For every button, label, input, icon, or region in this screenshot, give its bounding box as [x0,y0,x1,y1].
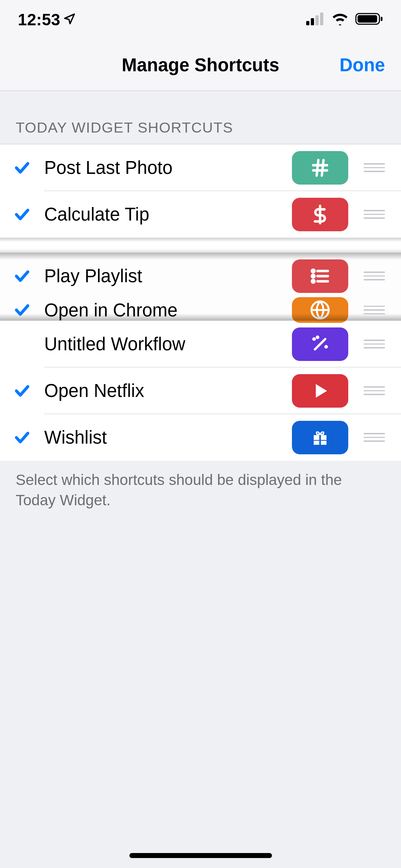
hash-icon [292,151,348,185]
svg-rect-22 [314,435,319,440]
drag-gap [0,238,401,253]
svg-rect-24 [314,441,319,445]
list-item[interactable]: Wishlist [0,414,401,461]
wifi-icon [331,12,349,27]
wand-icon [292,327,348,361]
drag-handle-icon[interactable] [362,433,387,442]
battery-icon [355,12,383,27]
checkmark-icon[interactable] [0,429,44,446]
cellular-signal-icon [306,12,325,27]
list-item-label: Open in Chrome [44,300,292,321]
drag-handle-icon[interactable] [362,210,387,219]
drag-handle-icon[interactable] [362,340,387,348]
svg-point-17 [312,280,314,282]
svg-point-16 [312,275,314,277]
done-button[interactable]: Done [340,55,385,76]
svg-rect-6 [381,17,382,21]
list-item-label: Open Netflix [44,380,292,401]
svg-rect-23 [321,435,327,440]
svg-rect-25 [321,441,327,445]
svg-point-20 [317,336,318,338]
status-time: 12:53 [18,10,60,29]
svg-rect-1 [311,18,314,25]
shortcut-list: Post Last Photo Calculate Tip Play Playl… [0,144,401,461]
location-icon [63,12,76,27]
gift-icon [292,421,348,454]
list-item[interactable]: Untitled Workflow [0,321,401,367]
page-title: Manage Shortcuts [122,55,279,76]
checkmark-icon[interactable] [0,382,44,399]
list-item-label: Calculate Tip [44,204,292,225]
drag-handle-icon[interactable] [362,163,387,172]
home-indicator[interactable] [129,853,272,858]
svg-rect-5 [358,15,377,23]
list-item[interactable]: Post Last Photo [0,144,401,191]
svg-rect-3 [320,12,323,25]
list-item-label: Play Playlist [44,265,292,286]
dollar-icon [292,198,348,231]
list-icon [292,259,348,293]
drag-handle-icon[interactable] [362,306,387,315]
svg-line-10 [322,160,324,176]
list-item-label: Post Last Photo [44,157,292,178]
checkmark-icon[interactable] [0,301,44,319]
svg-line-9 [317,160,318,176]
list-item[interactable]: Play Playlist [0,253,401,299]
list-item-label: Wishlist [44,427,292,448]
list-item-label: Untitled Workflow [44,334,292,355]
checkmark-icon[interactable] [0,268,44,285]
list-item[interactable]: Open in Chrome [0,299,401,321]
checkmark-icon[interactable] [0,206,44,223]
drag-handle-icon[interactable] [362,386,387,395]
section-footer: Select which shortcuts should be display… [0,461,401,520]
svg-point-15 [312,269,314,272]
status-bar: 12:53 [0,0,401,39]
list-item[interactable]: Open Netflix [0,367,401,414]
checkmark-icon[interactable] [0,159,44,176]
drag-handle-icon[interactable] [362,272,387,280]
play-icon [292,374,348,408]
section-header: TODAY WIDGET SHORTCUTS [0,91,401,144]
svg-rect-0 [306,21,309,25]
svg-rect-2 [315,15,319,25]
navigation-bar: Manage Shortcuts Done [0,39,401,91]
svg-point-19 [313,338,315,340]
dragged-item-group: Play Playlist Open in Chrome [0,253,401,321]
svg-point-21 [325,346,327,347]
globe-icon [292,297,348,323]
list-item[interactable]: Calculate Tip [0,191,401,238]
